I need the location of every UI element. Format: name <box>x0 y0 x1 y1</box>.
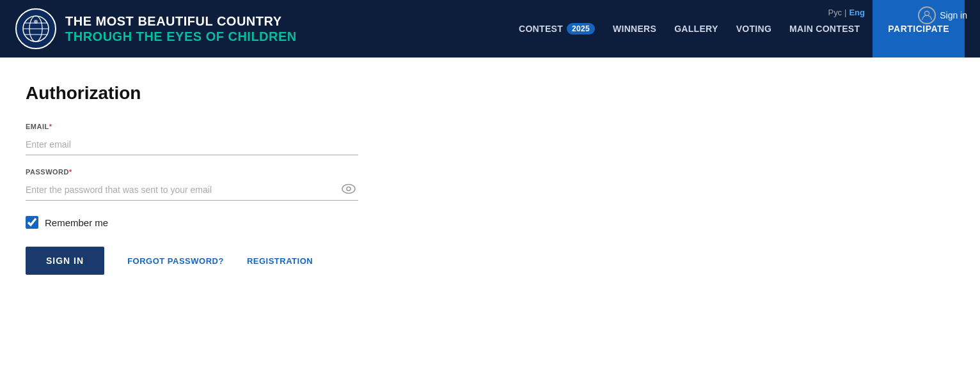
password-label: PASSWORD* <box>26 168 422 176</box>
show-password-icon[interactable] <box>342 183 356 197</box>
svg-point-5 <box>34 20 38 24</box>
svg-point-7 <box>342 184 355 193</box>
logo-icon <box>15 8 56 49</box>
svg-point-8 <box>347 187 351 190</box>
nav-winners[interactable]: WINNERS <box>613 24 656 34</box>
header-signin[interactable]: Sign in <box>918 6 967 24</box>
email-label: EMAIL* <box>26 123 422 130</box>
logo[interactable]: THE MOST BEAUTIFUL COUNTRY THROUGH THE E… <box>15 8 297 49</box>
remember-checkbox[interactable] <box>26 216 38 229</box>
email-group: EMAIL* <box>26 123 422 155</box>
contest-badge: 2025 <box>567 23 595 35</box>
password-wrapper <box>26 180 358 201</box>
password-group: PASSWORD* <box>26 168 422 201</box>
email-input[interactable] <box>26 134 358 155</box>
main-content: Authorization EMAIL* PASSWORD* Remember … <box>0 58 448 300</box>
remember-label[interactable]: Remember me <box>45 217 108 228</box>
password-input[interactable] <box>26 180 358 201</box>
password-required: * <box>69 168 72 176</box>
nav-gallery[interactable]: GALLERY <box>674 24 718 34</box>
registration-link[interactable]: REGISTRATION <box>247 256 313 266</box>
nav-voting[interactable]: VOTING <box>736 24 771 34</box>
lang-english[interactable]: Eng <box>849 8 865 17</box>
actions-row: SIGN IN FORGOT PASSWORD? REGISTRATION <box>26 247 422 275</box>
nav-contest[interactable]: CONTEST 2025 <box>519 23 595 35</box>
user-icon <box>918 6 936 24</box>
remember-row: Remember me <box>26 216 422 229</box>
email-required: * <box>49 123 52 130</box>
logo-title: THE MOST BEAUTIFUL COUNTRY <box>65 13 297 29</box>
header: THE MOST BEAUTIFUL COUNTRY THROUGH THE E… <box>0 0 980 58</box>
lang-russian[interactable]: Рус <box>828 8 842 17</box>
language-switcher: Рус | Eng <box>828 8 865 17</box>
main-nav: CONTEST 2025 WINNERS GALLERY VOTING MAIN… <box>519 23 860 35</box>
page-title: Authorization <box>26 83 422 104</box>
signin-label: Sign in <box>940 10 967 20</box>
signin-button[interactable]: SIGN IN <box>26 247 104 275</box>
logo-text: THE MOST BEAUTIFUL COUNTRY THROUGH THE E… <box>65 13 297 44</box>
lang-divider: | <box>844 8 846 17</box>
nav-main-contest[interactable]: MAIN CONTEST <box>789 24 860 34</box>
logo-subtitle: THROUGH THE EYES OF CHILDREN <box>65 29 297 44</box>
forgot-password-link[interactable]: FORGOT PASSWORD? <box>127 256 224 266</box>
